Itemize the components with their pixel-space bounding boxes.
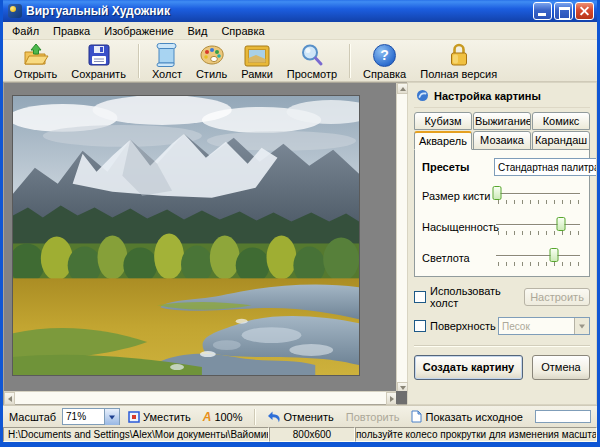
surface-label: Поверхность xyxy=(430,320,498,332)
brush-size-slider[interactable] xyxy=(494,185,582,207)
open-button[interactable]: Открыть xyxy=(7,41,64,81)
help-question-icon: ? xyxy=(373,42,396,67)
tab-mosaic[interactable]: Мозаика xyxy=(473,131,531,150)
panel-header: Настройка картины xyxy=(414,87,590,108)
app-window: Виртуальный Художник Файл Правка Изображ… xyxy=(0,0,600,447)
slider-ticks xyxy=(498,231,580,235)
menu-image[interactable]: Изображение xyxy=(97,23,180,39)
presets-label: Пресеты xyxy=(422,161,494,173)
undo-label: Отменить xyxy=(284,411,334,423)
status-image-size: 800x600 xyxy=(269,427,355,442)
vertical-scrollbar[interactable] xyxy=(396,83,407,393)
tab-pencil[interactable]: Карандаш xyxy=(532,131,590,150)
show-original-button[interactable]: Показать исходное xyxy=(407,409,526,424)
redo-button[interactable]: Повторить xyxy=(342,410,404,424)
slider-thumb[interactable] xyxy=(492,186,501,200)
frames-label: Рамки xyxy=(241,68,273,80)
horizontal-scrollbar[interactable] xyxy=(4,391,397,404)
lightness-slider[interactable] xyxy=(494,247,582,269)
picture-settings-icon xyxy=(416,89,429,102)
saturation-slider[interactable] xyxy=(494,216,582,238)
menu-view[interactable]: Вид xyxy=(181,23,215,39)
landscape-photo xyxy=(12,95,360,376)
fit-icon xyxy=(128,411,140,423)
slider-track[interactable] xyxy=(496,193,580,195)
window-title: Виртуальный Художник xyxy=(26,4,533,18)
undo-arrow-icon xyxy=(267,411,281,423)
save-button[interactable]: Сохранить xyxy=(64,41,133,81)
slider-thumb[interactable] xyxy=(556,217,565,231)
slider-track[interactable] xyxy=(496,224,580,226)
menu-file[interactable]: Файл xyxy=(5,23,46,39)
scrollbar-corner xyxy=(396,391,407,404)
bottom-toolbar: Масштаб 71% Уместить A 100% Отменить Пов… xyxy=(3,405,597,427)
panel-title: Настройка картины xyxy=(434,90,541,102)
preview-label: Просмотр xyxy=(287,68,337,80)
fit-button[interactable]: Уместить xyxy=(124,410,195,424)
slider-track[interactable] xyxy=(496,255,580,257)
scroll-up-button[interactable] xyxy=(397,83,408,94)
save-floppy-icon xyxy=(87,42,111,67)
tab-watercolor[interactable]: Акварель xyxy=(414,131,472,150)
tab-burning[interactable]: Выжигание xyxy=(473,112,531,130)
close-button[interactable] xyxy=(575,2,594,20)
status-hint: Используйте колесо прокрутки для изменен… xyxy=(355,427,597,442)
app-icon xyxy=(8,4,22,18)
chevron-down-icon[interactable] xyxy=(104,409,119,425)
chevron-down-icon[interactable] xyxy=(574,318,589,334)
full-version-label: Полная версия xyxy=(420,68,497,80)
help-label: Справка xyxy=(363,68,406,80)
settings-panel: Настройка картины Кубизм Выжигание Комик… xyxy=(407,82,597,405)
surface-value: Песок xyxy=(499,321,574,332)
preview-magnifier-icon xyxy=(300,42,324,67)
letter-a-icon: A xyxy=(203,410,212,424)
create-picture-button[interactable]: Создать картину xyxy=(414,355,523,380)
surface-checkbox[interactable] xyxy=(414,320,426,332)
actual-size-button[interactable]: A 100% xyxy=(199,409,247,425)
tab-cubism[interactable]: Кубизм xyxy=(414,112,472,130)
menu-help[interactable]: Справка xyxy=(214,23,271,39)
configure-button[interactable]: Настроить xyxy=(524,288,590,306)
frames-button[interactable]: Рамки xyxy=(234,41,280,81)
canvas-button[interactable]: Холст xyxy=(145,41,189,81)
slider-ticks xyxy=(498,262,580,266)
maximize-button[interactable] xyxy=(554,2,573,20)
lightness-label: Светлота xyxy=(422,252,494,264)
slider-thumb[interactable] xyxy=(549,248,558,262)
canvas-scroll-icon xyxy=(155,42,179,67)
saturation-label: Насыщенность xyxy=(422,221,494,233)
canvas-label: Холст xyxy=(152,68,182,80)
use-canvas-checkbox[interactable] xyxy=(414,291,426,303)
minimize-button[interactable] xyxy=(533,2,552,20)
full-version-lock-icon xyxy=(448,42,470,67)
image-viewport xyxy=(3,82,407,405)
undo-button[interactable]: Отменить xyxy=(263,410,338,424)
tabs-row-bottom: Акварель Мозаика Карандаш xyxy=(414,131,590,150)
scale-value: 71% xyxy=(63,411,104,422)
frames-picture-icon xyxy=(244,42,270,67)
tabs-row-top: Кубизм Выжигание Комикс xyxy=(414,112,590,130)
menu-edit[interactable]: Правка xyxy=(46,23,97,39)
slider-ticks xyxy=(498,200,580,204)
scale-dropdown[interactable]: 71% xyxy=(62,408,120,425)
redo-label: Повторить xyxy=(346,411,400,423)
style-button[interactable]: Стиль xyxy=(189,41,234,81)
actual-size-label: 100% xyxy=(214,411,242,423)
show-original-label: Показать исходное xyxy=(425,411,522,423)
fit-label: Уместить xyxy=(143,411,191,423)
scroll-left-button[interactable] xyxy=(4,392,15,405)
watercolor-tab-content: Пресеты Стандартная палитра Размер кисти xyxy=(414,149,590,277)
full-version-button[interactable]: Полная версия xyxy=(413,41,504,81)
preview-button[interactable]: Просмотр xyxy=(280,41,344,81)
presets-value: Стандартная палитра xyxy=(495,162,597,173)
panel-separator xyxy=(414,345,590,347)
presets-dropdown[interactable]: Стандартная палитра xyxy=(494,158,597,176)
style-label: Стиль xyxy=(196,68,227,80)
help-button[interactable]: ? Справка xyxy=(356,41,413,81)
tab-comics[interactable]: Комикс xyxy=(532,112,590,130)
save-label: Сохранить xyxy=(71,68,126,80)
brush-size-label: Размер кисти xyxy=(422,190,494,202)
cancel-button[interactable]: Отмена xyxy=(532,355,590,380)
surface-dropdown[interactable]: Песок xyxy=(498,317,590,335)
toolbar-separator xyxy=(254,409,256,425)
